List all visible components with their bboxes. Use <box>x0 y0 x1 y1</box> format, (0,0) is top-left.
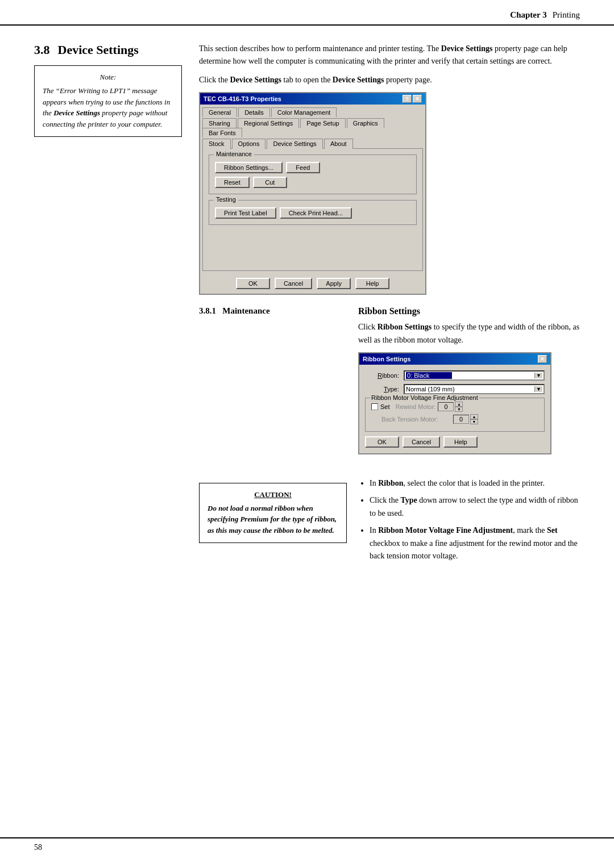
cut-button[interactable]: Cut <box>253 177 287 188</box>
bullet-item-3: In Ribbon Motor Voltage Fine Adjustment,… <box>370 524 580 562</box>
section-title: Device Settings <box>58 43 139 57</box>
ribbon-dialog[interactable]: Ribbon Settings ✕ Ribbon: 0: Black ▼ <box>358 352 551 454</box>
set-checkbox[interactable] <box>371 403 378 410</box>
subsection-area: 3.8.1 Maintenance Ribbon Settings Click … <box>199 306 580 466</box>
type-input[interactable]: Normal (109 mm) ▼ <box>404 384 545 394</box>
rewind-motor-label: Rewind Motor: <box>396 403 436 410</box>
ribbon-dialog-buttons: OK Cancel Help <box>365 436 545 448</box>
back-spin-down[interactable]: ▼ <box>470 419 478 424</box>
tab-about[interactable]: About <box>324 139 353 149</box>
tab-stock[interactable]: Stock <box>202 139 231 149</box>
section-number: 3.8 <box>34 43 50 57</box>
ribbon-dropdown-arrow[interactable]: ▼ <box>534 373 542 378</box>
apply-button[interactable]: Apply <box>317 278 351 289</box>
voltage-group: Ribbon Motor Voltage Fine Adjustment Set… <box>365 398 545 432</box>
voltage-bold: Ribbon Motor Voltage Fine Adjustment <box>378 526 513 535</box>
ribbon-dialog-content: Ribbon: 0: Black ▼ Type: Normal (1 <box>359 365 550 453</box>
rewind-spin-down[interactable]: ▼ <box>455 407 463 412</box>
spacer <box>209 231 417 265</box>
caution-col: CAUTION! Do not load a normal ribbon whe… <box>199 477 347 567</box>
ribbon-help-button[interactable]: Help <box>443 436 478 448</box>
tab-content: Maintenance Ribbon Settings... Feed Rese… <box>202 148 423 271</box>
ribbon-cancel-button[interactable]: Cancel <box>403 436 440 448</box>
reset-button[interactable]: Reset <box>215 177 250 188</box>
tab-regional-settings[interactable]: Regional Settings <box>238 118 299 128</box>
section-heading: 3.8 Device Settings <box>34 43 182 57</box>
subsection-title: Maintenance <box>222 306 269 315</box>
ribbon-heading: Ribbon Settings <box>358 306 580 316</box>
tab-device-settings[interactable]: Device Settings <box>267 139 322 149</box>
main-content: 3.8 Device Settings Note: The “Error Wri… <box>0 26 614 612</box>
back-tension-label: Back Tension Motor: <box>381 416 450 423</box>
ribbon-dialog-title-text: Ribbon Settings <box>363 356 410 362</box>
cancel-button[interactable]: Cancel <box>275 278 312 289</box>
help-dialog-button[interactable]: Help <box>355 278 389 289</box>
maintenance-label: Maintenance <box>214 151 254 157</box>
rewind-spin[interactable]: ▲ ▼ <box>438 402 463 412</box>
tabs-row2: Sharing Regional Settings Page Setup Gra… <box>200 116 425 137</box>
set-bold: Set <box>547 526 558 535</box>
tab-general[interactable]: General <box>202 107 237 117</box>
type-value: Normal (109 mm) <box>406 386 455 393</box>
ribbon-value: 0: Black <box>406 372 452 379</box>
intro-bold: Device Settings <box>441 44 493 53</box>
tabs-row1: General Details Color Management <box>200 105 425 116</box>
rewind-spin-buttons[interactable]: ▲ ▼ <box>455 402 463 412</box>
back-spin-up[interactable]: ▲ <box>470 414 478 419</box>
page-header: Chapter 3 Printing <box>0 0 614 26</box>
tab-graphics[interactable]: Graphics <box>347 118 384 128</box>
tab-options[interactable]: Options <box>232 139 266 149</box>
voltage-group-label: Ribbon Motor Voltage Fine Adjustment <box>370 394 479 401</box>
click-text: Click the Device Settings tab to open th… <box>199 74 580 86</box>
check-head-button[interactable]: Check Print Head... <box>280 207 352 219</box>
type-dropdown-arrow[interactable]: ▼ <box>534 386 542 392</box>
tab-details[interactable]: Details <box>238 107 270 117</box>
footer-page-number: 58 <box>34 843 42 852</box>
ribbon-label: Ribbon: <box>365 372 399 379</box>
testing-group: Testing Print Test Label Check Print Hea… <box>209 200 417 225</box>
ribbon-dialog-title-bar: Ribbon Settings ✕ <box>359 353 550 365</box>
page-footer: 58 <box>0 837 614 857</box>
set-label: Set <box>380 403 390 410</box>
ribbon-ok-button[interactable]: OK <box>365 436 399 448</box>
subsection-left: 3.8.1 Maintenance <box>199 306 347 466</box>
properties-dialog[interactable]: TEC CB-416-T3 Properties ? ✕ General Det… <box>199 92 426 295</box>
testing-label: Testing <box>214 196 238 203</box>
bullet-item-2: Click the Type down arrow to select the … <box>370 494 580 520</box>
bullet-item-1: In Ribbon, select the color that is load… <box>370 477 580 490</box>
ribbon-bold-1: Ribbon <box>378 479 403 487</box>
caution-box: CAUTION! Do not load a normal ribbon whe… <box>199 483 347 544</box>
note-label: Note: <box>43 73 173 82</box>
feed-button[interactable]: Feed <box>286 162 320 173</box>
rewind-spin-up[interactable]: ▲ <box>455 402 463 407</box>
ribbon-input[interactable]: 0: Black ▼ <box>404 370 545 381</box>
ok-button[interactable]: OK <box>236 278 270 289</box>
dialog-bottom-buttons: OK Cancel Apply Help <box>200 273 425 294</box>
rewind-value <box>438 402 454 411</box>
back-spin[interactable]: ▲ ▼ <box>453 414 478 424</box>
set-checkbox-row: Set Rewind Motor: ▲ ▼ <box>371 402 538 412</box>
title-buttons: ? ✕ <box>403 95 422 103</box>
tab-bar-fonts[interactable]: Bar Fonts <box>202 128 242 137</box>
close-button[interactable]: ✕ <box>413 95 422 103</box>
tab-color-management[interactable]: Color Management <box>271 107 337 117</box>
bullets-col: In Ribbon, select the color that is load… <box>358 477 580 567</box>
ribbon-bold: Ribbon Settings <box>377 323 432 331</box>
ribbon-close-button[interactable]: ✕ <box>538 355 547 363</box>
type-row: Type: Normal (109 mm) ▼ <box>365 384 545 394</box>
ribbon-settings-button[interactable]: Ribbon Settings... <box>215 162 283 173</box>
type-label: Type: <box>365 386 399 393</box>
print-test-button[interactable]: Print Test Label <box>215 207 276 219</box>
tabs-row3: Stock Options Device Settings About <box>200 137 425 148</box>
help-button[interactable]: ? <box>403 95 412 103</box>
back-spin-buttons[interactable]: ▲ ▼ <box>470 414 478 424</box>
tab-sharing[interactable]: Sharing <box>202 118 237 128</box>
bullet-list: In Ribbon, select the color that is load… <box>358 477 580 562</box>
dialog-title-text: TEC CB-416-T3 Properties <box>204 95 281 102</box>
tab-page-setup[interactable]: Page Setup <box>300 118 346 128</box>
caution-text: Do not load a normal ribbon when specify… <box>208 503 338 536</box>
click-bold1: Device Settings <box>230 76 281 84</box>
note-bold: Device Settings <box>53 108 100 117</box>
page: Chapter 3 Printing 3.8 Device Settings N… <box>0 0 614 868</box>
header-title: Printing <box>553 10 580 20</box>
